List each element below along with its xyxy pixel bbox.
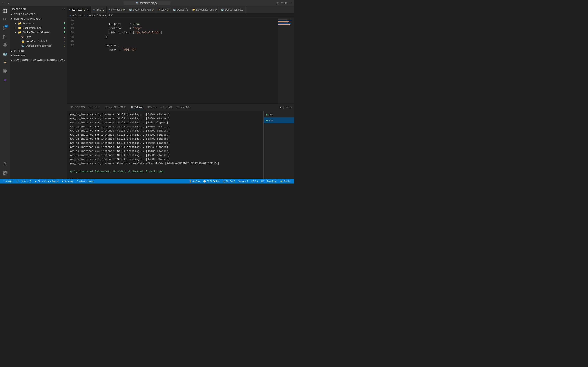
untracked-badge: U: [64, 35, 65, 38]
prettier-icon: ✨: [280, 180, 283, 183]
eol-status[interactable]: LF: [259, 179, 265, 184]
svg-point-17: [4, 172, 6, 174]
layout-icon-4[interactable]: ⋯: [289, 1, 292, 5]
terminal-session-1[interactable]: ▶ zsh: [264, 112, 294, 117]
tab-dockerfiles-php[interactable]: 📁 Dockerfiles_php U: [190, 6, 219, 13]
tab-igw[interactable]: ≡ igw.tf U: [91, 6, 107, 13]
code-line-41: to_port = 3306: [78, 18, 278, 22]
svg-rect-2: [3, 11, 5, 13]
env-manager-section[interactable]: ▶ ENVIRONMENT MANAGER: GLOBAL ENV...: [10, 58, 67, 62]
layout-icon-3[interactable]: ⊡: [285, 1, 287, 5]
breadcrumb-file-icon: ≡: [69, 14, 71, 17]
extensions-icon[interactable]: [1, 41, 9, 49]
docker-compose-file[interactable]: ▶ 🐋 Docker-compose.yaml U: [10, 43, 67, 48]
problems-tab[interactable]: PROBLEMS: [69, 104, 87, 111]
encoding-status[interactable]: UTF-8: [250, 179, 259, 184]
language-status[interactable]: Terraform: [265, 179, 278, 184]
terraform-project-section[interactable]: ▼ TERRAFORM-PROJECT: [10, 17, 67, 21]
terminal-main[interactable]: aws_db_instance.rds_instance: Still crea…: [67, 111, 263, 179]
svg-line-5: [5, 20, 6, 21]
tab-label: .env: [161, 8, 166, 11]
terminal-blank-1: [69, 166, 261, 170]
errors-status[interactable]: ✕ 0 ⚠ 0: [20, 179, 33, 184]
tabnine-status[interactable]: ⬡ tabnine starter: [75, 179, 95, 184]
terraform-folder[interactable]: ▶ 📁 .terraform: [10, 21, 67, 25]
terminal-line-1: aws_db_instance.rds_instance: Still crea…: [69, 113, 261, 117]
ports-tab[interactable]: PORTS: [146, 104, 159, 111]
debug-console-tab[interactable]: DEBUG CONSOLE: [102, 104, 129, 111]
warning-icon: ⚠: [27, 180, 29, 183]
breadcrumb-symbol[interactable]: output "rds_endpoint": [89, 14, 113, 17]
tab-docker-compose[interactable]: 🐋 Docker-compos...: [219, 6, 246, 13]
layout-icon-1[interactable]: ⊟: [277, 1, 279, 5]
terraform-lock-file[interactable]: ▶ 🔒 .terraform.lock.hcl U: [10, 39, 67, 43]
tab-label: dockerdeploy.sh: [133, 8, 151, 11]
tab-icon: ≡: [93, 8, 95, 11]
tab-label: ec2_rds.tf: [71, 8, 82, 11]
error-count: 0: [24, 180, 26, 183]
nav-forward-icon[interactable]: →: [7, 1, 9, 5]
terminal-dropdown-icon[interactable]: ∨: [283, 106, 285, 109]
sidebar-more-icon[interactable]: ⋯: [62, 8, 65, 10]
gitlens-icon[interactable]: ✦: [1, 58, 9, 67]
tab-icon: 🐋: [221, 8, 224, 11]
database-icon[interactable]: [1, 67, 9, 75]
timer-icon: ⏳: [189, 180, 192, 183]
terminal-more-icon[interactable]: ⋯: [286, 106, 289, 109]
timeline-label: TIMELINE: [14, 54, 26, 57]
position-text: Ln 52, Col 2: [223, 180, 235, 183]
modified-dot: [64, 22, 65, 24]
tab-dockerfile[interactable]: 🐋 Dockerfile: [171, 6, 190, 13]
comments-tab[interactable]: COMMENTS: [174, 104, 194, 111]
tab-ec2-rds[interactable]: ≡ ec2_rds.tf U ✕: [67, 6, 91, 13]
sync-status[interactable]: ↻: [15, 179, 20, 184]
search-icon[interactable]: [1, 16, 9, 24]
code-lines[interactable]: to_port = 3306 protocol = "tcp" cidr_blo…: [77, 18, 278, 104]
settings-icon[interactable]: [1, 169, 9, 177]
nav-back-icon[interactable]: ←: [2, 1, 5, 5]
terminal-line-3: aws_db_instance.rds_instance: Still crea…: [69, 121, 261, 125]
timeline-section[interactable]: ▶ TIMELINE: [10, 53, 67, 58]
modified-dot: [64, 31, 65, 33]
prettier-status[interactable]: ✨ Prettier: [278, 179, 292, 184]
layout-icon-2[interactable]: ⊞: [281, 1, 283, 5]
docker-icon[interactable]: 🐋: [1, 50, 9, 58]
add-terminal-icon[interactable]: +: [280, 106, 281, 109]
explorer-icon[interactable]: [1, 7, 9, 15]
outline-section[interactable]: ▶ OUTLINE: [10, 49, 67, 53]
tab-env[interactable]: ⚙ .env U: [156, 6, 171, 13]
sourcery-icon: ✦: [62, 180, 63, 183]
terraform-icon[interactable]: ◈: [1, 75, 9, 83]
file-icon: 🔒: [21, 40, 25, 43]
breadcrumb: ≡ ec2_rds.tf › ⬡ output "rds_endpoint": [67, 13, 294, 18]
sourcery-status[interactable]: ✦ Sourcery: [60, 179, 75, 184]
branch-status[interactable]: ⑂ master*: [2, 179, 15, 184]
spaces-status[interactable]: Spaces: 2: [237, 179, 250, 184]
dockerfiles-wordpress-folder[interactable]: ▶ 📁 Dockerfiles_wordpress: [10, 30, 67, 34]
terminal-tab[interactable]: TERMINAL: [129, 104, 146, 111]
gitlens-tab[interactable]: GITLENS: [159, 104, 174, 111]
close-panel-icon[interactable]: ✕: [290, 106, 292, 109]
env-file[interactable]: ▶ ⚙ .env U: [10, 34, 67, 39]
breadcrumb-file[interactable]: ec2_rds.tf: [72, 14, 83, 17]
dockerfiles-php-folder[interactable]: ▶ 📁 Dockerfiles_php: [10, 25, 67, 30]
source-control-section[interactable]: ▶ SOURCE CONTROL: [10, 12, 67, 17]
source-control-icon[interactable]: 14: [1, 24, 9, 32]
title-bar-left-icons: ← →: [2, 1, 9, 5]
tab-close[interactable]: ✕: [86, 8, 89, 11]
svg-rect-13: [4, 45, 6, 47]
sidebar-header: EXPLORER ⋯: [10, 6, 67, 12]
position-status[interactable]: Ln 52, Col 2: [221, 179, 236, 184]
terminal-session-2[interactable]: ▶ zsh: [264, 117, 294, 123]
spaces-text: Spaces: 2: [238, 180, 248, 183]
title-bar-search[interactable]: 🔍 terraform-project: [123, 1, 171, 5]
accounts-icon[interactable]: [1, 160, 9, 168]
terminal-line-4: aws_db_instance.rds_instance: Still crea…: [69, 125, 261, 129]
output-tab[interactable]: OUTPUT: [87, 104, 102, 111]
svg-rect-1: [5, 9, 7, 11]
run-debug-icon[interactable]: [1, 33, 9, 41]
cloud-code-status[interactable]: ☁ Cloud Code - Sign in: [33, 179, 60, 184]
tab-provider[interactable]: ≡ provider.tf U: [107, 6, 127, 13]
tab-dockerdeploy[interactable]: 🐋 dockerdeploy.sh U: [127, 6, 156, 13]
branch-text: master*: [6, 180, 13, 183]
